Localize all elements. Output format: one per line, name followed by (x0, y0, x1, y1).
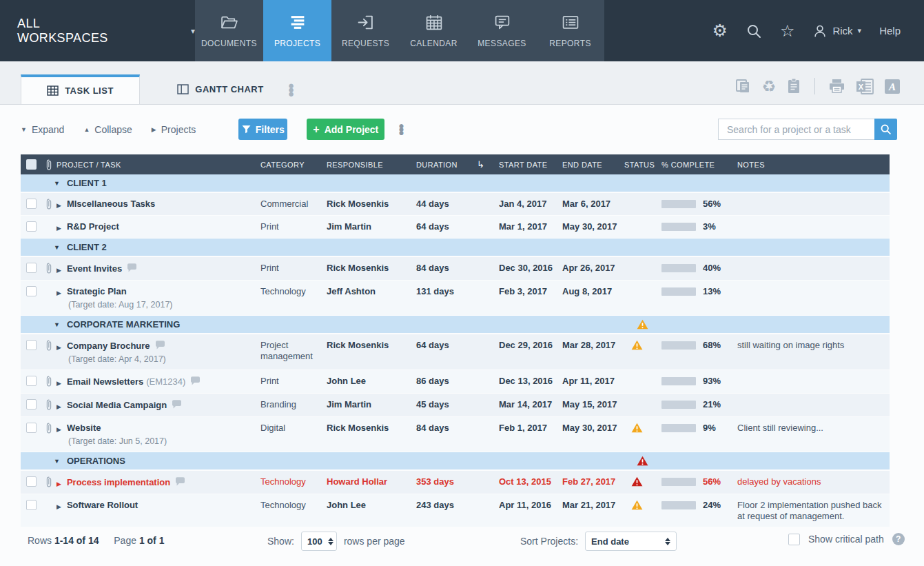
sort-projects-select[interactable]: End date (585, 532, 677, 551)
header-duration[interactable]: DURATION (416, 161, 477, 169)
comment-bubble-icon[interactable] (172, 400, 182, 412)
group-status (623, 456, 661, 466)
group-row[interactable]: ▼CORPORATE MARKETING (21, 316, 890, 334)
nav-tab-documents[interactable]: DOCUMENTS (195, 0, 263, 61)
group-row[interactable]: ▼CLIENT 1 (21, 174, 890, 193)
nav-tab-requests[interactable]: REQUESTS (331, 0, 400, 61)
task-row[interactable]: ▶R&D ProjectPrintJim Martin64 daysMar 1,… (21, 216, 890, 239)
collapse-button[interactable]: ▲ Collapse (83, 124, 132, 135)
toolbar-more-menu[interactable]: ●●● (398, 124, 404, 134)
star-icon[interactable]: ☆ (780, 23, 795, 39)
group-row[interactable]: ▼OPERATIONS (21, 452, 890, 471)
paperclip-icon[interactable] (45, 340, 52, 351)
workspace-selector[interactable]: ALL WORKSPACES ▾ (0, 0, 195, 61)
search-icon[interactable] (746, 23, 762, 39)
expand-triangle-icon[interactable]: ▶ (57, 342, 61, 353)
group-row[interactable]: ▼CLIENT 2 (21, 239, 890, 257)
task-row[interactable]: ▶Process implementationTechnologyHoward … (21, 471, 890, 494)
show-label: Show: (267, 536, 294, 547)
task-row[interactable]: ▶Company Brochure(Target date: Apr 4, 20… (21, 334, 890, 370)
row-checkbox[interactable] (26, 221, 37, 232)
row-checkbox[interactable] (26, 340, 37, 350)
paperclip-icon[interactable] (45, 263, 52, 274)
nav-tab-projects[interactable]: PROJECTS (263, 0, 331, 61)
collapse-triangle-icon[interactable]: ▼ (54, 180, 60, 187)
view-more-menu[interactable]: ●●● (288, 83, 294, 96)
search-submit-button[interactable] (874, 119, 897, 140)
cell-notes: still waiting on image rights (737, 340, 890, 351)
comment-bubble-icon[interactable] (175, 477, 185, 489)
comment-bubble-icon[interactable] (155, 341, 165, 352)
collapse-triangle-icon[interactable]: ▼ (54, 244, 60, 251)
expand-triangle-icon[interactable]: ▶ (57, 401, 61, 412)
task-row[interactable]: ▶Website(Target date: Jun 5, 2017)Digita… (21, 417, 890, 452)
row-checkbox[interactable] (26, 500, 37, 510)
header-responsible[interactable]: RESPONSIBLE (327, 161, 416, 169)
help-link[interactable]: Help (879, 25, 901, 37)
excel-export-icon[interactable]: X (856, 79, 874, 94)
expand-button[interactable]: ▼ Expand (21, 124, 64, 135)
rows-per-page-select[interactable]: 100 (301, 532, 337, 551)
header-project-task[interactable]: PROJECT / TASK (57, 161, 260, 169)
header-status[interactable]: STATUS (623, 161, 661, 169)
row-checkbox[interactable] (26, 476, 37, 487)
expand-triangle-icon[interactable]: ▶ (57, 501, 61, 512)
cell-complete: 56% (661, 199, 737, 210)
header-end-date[interactable]: END DATE (562, 161, 623, 169)
select-all-checkbox[interactable] (26, 159, 37, 170)
paperclip-icon[interactable] (45, 476, 52, 487)
expand-triangle-icon[interactable]: ▶ (57, 200, 61, 211)
nav-tab-label: MESSAGES (478, 39, 526, 48)
expand-triangle-icon[interactable]: ▶ (57, 424, 61, 435)
tab-task-list[interactable]: TASK LIST (21, 74, 140, 104)
nav-tab-messages[interactable]: MESSAGES (468, 0, 536, 61)
filters-button[interactable]: Filters (238, 119, 287, 140)
gear-icon[interactable]: ⚙ (712, 22, 728, 39)
header-start-date[interactable]: START DATE (499, 161, 562, 169)
tab-gantt-chart[interactable]: GANTT CHART (158, 74, 283, 104)
nav-tab-reports[interactable]: REPORTS (536, 0, 604, 61)
expand-triangle-icon[interactable]: ▶ (57, 265, 61, 276)
row-checkbox[interactable] (26, 423, 37, 433)
progress-value: 40% (703, 263, 721, 274)
row-checkbox[interactable] (26, 376, 37, 386)
nav-tab-calendar[interactable]: CALENDAR (400, 0, 468, 61)
expand-triangle-icon[interactable]: ▶ (57, 287, 61, 299)
row-checkbox[interactable] (26, 399, 37, 410)
row-checkbox[interactable] (26, 286, 37, 296)
row-checkbox[interactable] (26, 199, 37, 209)
expand-triangle-icon[interactable]: ▶ (57, 223, 61, 234)
collapse-triangle-icon[interactable]: ▼ (54, 458, 60, 465)
user-menu[interactable]: Rick ▾ (812, 23, 861, 39)
copy-icon[interactable] (735, 78, 751, 94)
collapse-triangle-icon[interactable]: ▼ (54, 321, 60, 328)
comment-bubble-icon[interactable] (190, 376, 201, 388)
task-row[interactable]: ▶Software RolloutTechnologyJohn Lee243 d… (21, 494, 890, 527)
help-question-icon[interactable]: ? (892, 533, 905, 545)
add-project-button[interactable]: + Add Project (307, 119, 384, 140)
header-notes[interactable]: NOTES (737, 161, 890, 169)
task-row[interactable]: ▶Social Media CampaignBrandingJim Martin… (21, 394, 890, 417)
clipboard-icon[interactable] (786, 78, 801, 94)
expand-triangle-icon[interactable]: ▶ (57, 478, 61, 489)
task-row[interactable]: ▶Strategic Plan(Target date: Aug 17, 201… (21, 281, 890, 316)
print-icon[interactable] (828, 78, 845, 94)
person-icon (812, 23, 828, 39)
task-row[interactable]: ▶Email Newsletters(EM1234)PrintJohn Lee8… (21, 370, 890, 394)
paperclip-icon[interactable] (45, 199, 52, 210)
row-checkbox[interactable] (26, 263, 37, 273)
comment-bubble-icon[interactable] (127, 263, 137, 275)
search-input[interactable] (718, 119, 874, 140)
paperclip-icon[interactable] (45, 423, 52, 434)
recycle-icon[interactable]: ♻ (761, 79, 776, 94)
projects-button[interactable]: ▶ Projects (152, 124, 196, 135)
task-row[interactable]: ▶Event InvitesPrintRick Mosenkis84 daysD… (21, 257, 890, 281)
header-complete[interactable]: % COMPLETE (661, 161, 737, 169)
paperclip-icon[interactable] (45, 376, 52, 387)
pdf-export-icon[interactable]: A (884, 79, 901, 94)
paperclip-icon[interactable] (45, 399, 52, 410)
header-category[interactable]: CATEGORY (260, 161, 327, 169)
expand-triangle-icon[interactable]: ▶ (57, 378, 61, 389)
task-row[interactable]: ▶MIscellaneous TasksCommercialRick Mosen… (21, 193, 890, 216)
show-critical-path-checkbox[interactable] (788, 534, 800, 545)
